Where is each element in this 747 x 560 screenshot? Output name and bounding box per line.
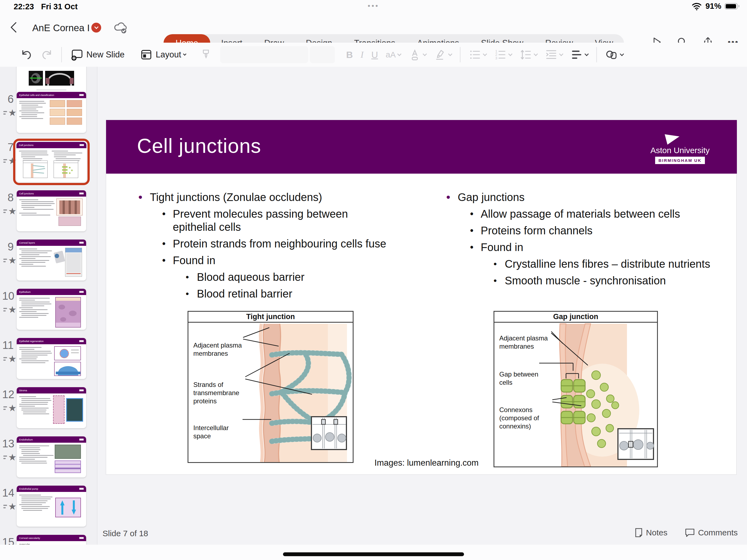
- list-item: Found in: [173, 254, 215, 267]
- thumbnail-title: Cell junctions: [19, 192, 78, 195]
- wifi-icon: [691, 2, 702, 11]
- bullet-dot: •: [446, 190, 458, 204]
- cloud-save-icon[interactable]: [113, 20, 129, 34]
- home-indicator[interactable]: [283, 552, 464, 556]
- thumbnail-image-grid: [50, 100, 82, 125]
- thumbnail-image: [29, 71, 43, 85]
- slide-number: 13: [2, 437, 14, 450]
- figure-label: Intercellullar space: [193, 424, 242, 440]
- comments-button[interactable]: Comments: [685, 528, 738, 537]
- thumbnail-slide-6[interactable]: Epithelial cells and classification: [17, 92, 86, 133]
- numbered-list-button[interactable]: 1 2 3: [490, 47, 516, 63]
- align-button[interactable]: [567, 47, 592, 63]
- undo-button[interactable]: [17, 47, 36, 63]
- clock: 22:23: [14, 2, 34, 11]
- list-item: Tight junctions (Zonulae occludens): [150, 190, 322, 204]
- figure-label: Gap between cells: [499, 370, 546, 387]
- bullet-dot: •: [162, 237, 173, 250]
- thumbnail-image: [56, 199, 83, 226]
- image-credit: Images: lumenlearning.com: [366, 458, 487, 468]
- italic-button[interactable]: I: [357, 47, 367, 63]
- layout-button[interactable]: Layout: [136, 47, 190, 63]
- change-case-button[interactable]: aA: [382, 47, 405, 63]
- bullet-dot: •: [186, 287, 197, 300]
- new-slide-button[interactable]: New Slide: [66, 47, 129, 63]
- thumbnail-image: [55, 444, 81, 473]
- thumbnail-slide-11[interactable]: Epithelial regeneration: [17, 338, 86, 379]
- thumbnail-slide-7[interactable]: Cell junctions: [17, 142, 86, 182]
- bullet-dot: •: [162, 207, 173, 233]
- notes-button[interactable]: Notes: [635, 528, 667, 538]
- bullet-dot: •: [493, 257, 505, 271]
- back-chevron-icon[interactable]: [10, 22, 21, 33]
- transition-star-icon: ★: [3, 452, 17, 463]
- thumbnail-image: [55, 248, 82, 278]
- thumbnail-slide-13[interactable]: Endothelium: [17, 436, 86, 478]
- shapes-button[interactable]: [601, 47, 627, 63]
- nav-bar: AnE Cornea I Home Insert Draw Design Tra…: [0, 12, 747, 43]
- logo-mini: [79, 242, 84, 244]
- line-spacing-button[interactable]: [516, 47, 541, 63]
- chevron-down-icon: [94, 25, 98, 29]
- highlight-button[interactable]: [430, 47, 456, 63]
- slide-number: 14: [2, 487, 14, 499]
- list-item: Proteins form channels: [481, 224, 593, 237]
- notes-label: Notes: [646, 528, 667, 537]
- bullet-dot: •: [470, 240, 481, 254]
- status-date: Fri 31 Oct: [41, 2, 78, 11]
- thumbnail-title: Epithelial regeneration: [19, 340, 78, 342]
- thumbnail-figure: [23, 160, 48, 178]
- aston-university-logo: Aston University BIRMINGHAM UK: [648, 134, 712, 164]
- right-text-column[interactable]: • Gap junctions • Allow passage of mater…: [446, 190, 730, 291]
- list-item: Blood retinal barrier: [197, 287, 292, 300]
- font-size-field[interactable]: [310, 46, 335, 63]
- font-color-button[interactable]: [405, 47, 430, 63]
- slide-number: 11: [2, 339, 14, 351]
- thumbnail-title: Endothelial pump: [19, 487, 78, 490]
- list-item: Prevent molecules passing between epithe…: [173, 207, 361, 233]
- bullet-list-button[interactable]: [465, 47, 490, 63]
- logo-mini: [79, 193, 84, 195]
- thumbnail-figure: [54, 160, 78, 178]
- underline-button[interactable]: U: [367, 47, 382, 63]
- thumbnail-slide-9[interactable]: Corneal layers: [17, 239, 86, 281]
- slide-title[interactable]: Cell junctions: [137, 134, 261, 157]
- redo-button[interactable]: [36, 47, 57, 63]
- figure-label: Strands of transmembrane proteins: [193, 381, 251, 405]
- content-area: 6 ★ Epithelial cells and classification: [0, 67, 747, 545]
- font-name-field[interactable]: [220, 46, 308, 63]
- transition-star-icon: ★: [3, 107, 17, 118]
- thumbnail-slide-10[interactable]: Epithelium: [17, 289, 86, 330]
- toolbar-divider: [460, 47, 460, 62]
- transition-star-icon: ★: [3, 353, 17, 364]
- slide-thumbnail-panel[interactable]: 6 ★ Epithelial cells and classification: [0, 67, 97, 545]
- list-item: Crystalline lens fibres – distribute nut…: [505, 257, 710, 271]
- slide-canvas: Cell junctions Aston University BIRMINGH…: [97, 67, 747, 545]
- status-bar: 22:23 Fri 31 Oct ••• 91%: [0, 0, 747, 12]
- layout-label: Layout: [156, 50, 181, 59]
- bold-button[interactable]: B: [342, 47, 357, 63]
- logo-mini: [79, 439, 84, 440]
- indent-button[interactable]: [541, 47, 567, 63]
- thumbnail-slide-12[interactable]: Stroma: [17, 387, 86, 428]
- left-text-column[interactable]: • Tight junctions (Zonulae occludens) • …: [138, 190, 441, 304]
- slide-editor[interactable]: Cell junctions Aston University BIRMINGH…: [106, 120, 737, 475]
- format-painter-icon[interactable]: [196, 47, 216, 63]
- toolbar-divider: [61, 47, 62, 62]
- toolbar-divider: [596, 47, 597, 62]
- sync-status-badge[interactable]: [91, 23, 101, 32]
- selected-thumbnail-border: Cell junctions: [13, 138, 90, 185]
- transition-star-icon: ★: [3, 403, 17, 413]
- slide-number: 10: [2, 290, 14, 302]
- figure-label: Adjacent plasma membranes: [193, 341, 247, 358]
- thumbnail-slide-14[interactable]: Endothelial pump: [17, 486, 86, 527]
- slide-header-band: Cell junctions Aston University BIRMINGH…: [106, 120, 737, 174]
- thumbnail-slide-15[interactable]: Corneal vascularity Avascular Gets nutri…: [17, 535, 86, 545]
- bullet-dot: •: [186, 271, 197, 284]
- formatting-toolbar: New Slide Layout B I U: [0, 43, 747, 67]
- slide-number: 9: [2, 240, 14, 253]
- figure-label: Connexons (composed of connexins): [499, 406, 557, 430]
- thumbnail-slide-8[interactable]: Cell junctions: [17, 190, 86, 231]
- document-title[interactable]: AnE Cornea I: [32, 22, 90, 33]
- multitasking-handle-icon[interactable]: •••: [368, 2, 379, 10]
